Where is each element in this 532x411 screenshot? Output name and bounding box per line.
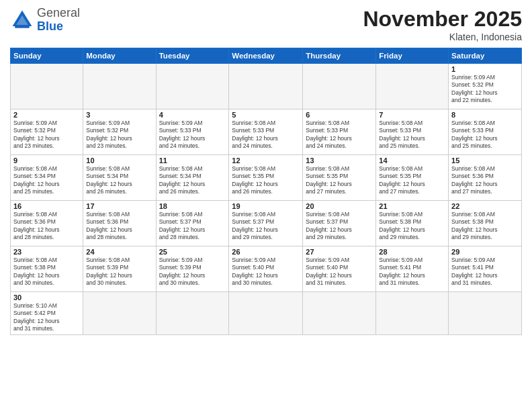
day-number: 22	[451, 202, 519, 210]
day-info: Sunrise: 5:09 AM Sunset: 5:41 PM Dayligh…	[451, 257, 519, 287]
table-row: 8Sunrise: 5:08 AM Sunset: 5:33 PM Daylig…	[449, 109, 522, 155]
day-number: 15	[451, 156, 519, 165]
page: General Blue November 2025 Klaten, Indon…	[0, 0, 532, 411]
day-number: 2	[13, 111, 80, 119]
day-number: 1	[451, 65, 519, 73]
table-row	[156, 292, 229, 335]
day-number: 17	[86, 202, 152, 210]
logo: General Blue	[10, 7, 80, 34]
table-row: 12Sunrise: 5:08 AM Sunset: 5:35 PM Dayli…	[229, 155, 303, 201]
day-info: Sunrise: 5:08 AM Sunset: 5:33 PM Dayligh…	[306, 120, 373, 150]
table-row: 2Sunrise: 5:09 AM Sunset: 5:32 PM Daylig…	[11, 109, 83, 155]
day-number: 29	[451, 248, 519, 256]
day-number: 20	[306, 202, 373, 210]
table-row: 15Sunrise: 5:08 AM Sunset: 5:36 PM Dayli…	[449, 155, 522, 201]
day-info: Sunrise: 5:09 AM Sunset: 5:32 PM Dayligh…	[451, 74, 519, 105]
day-number: 18	[159, 202, 226, 210]
day-info: Sunrise: 5:08 AM Sunset: 5:37 PM Dayligh…	[232, 211, 300, 242]
day-info: Sunrise: 5:08 AM Sunset: 5:37 PM Dayligh…	[159, 211, 226, 242]
day-number: 25	[159, 248, 226, 256]
logo-blue: Blue	[37, 19, 63, 33]
day-number: 13	[306, 156, 373, 165]
day-number: 14	[379, 156, 445, 165]
table-row: 7Sunrise: 5:08 AM Sunset: 5:33 PM Daylig…	[376, 109, 449, 155]
table-row: 23Sunrise: 5:08 AM Sunset: 5:38 PM Dayli…	[11, 246, 83, 292]
day-info: Sunrise: 5:08 AM Sunset: 5:35 PM Dayligh…	[232, 165, 300, 196]
header-tuesday: Tuesday	[156, 48, 229, 64]
day-info: Sunrise: 5:08 AM Sunset: 5:33 PM Dayligh…	[379, 120, 445, 150]
calendar-row: 2Sunrise: 5:09 AM Sunset: 5:32 PM Daylig…	[11, 109, 522, 155]
day-number: 8	[451, 111, 519, 119]
day-info: Sunrise: 5:09 AM Sunset: 5:40 PM Dayligh…	[232, 257, 300, 287]
table-row: 25Sunrise: 5:09 AM Sunset: 5:39 PM Dayli…	[156, 246, 229, 292]
day-number: 9	[13, 156, 80, 165]
table-row	[229, 292, 303, 335]
header-saturday: Saturday	[449, 48, 522, 64]
day-number: 26	[232, 248, 300, 256]
table-row: 24Sunrise: 5:08 AM Sunset: 5:39 PM Dayli…	[83, 246, 156, 292]
day-info: Sunrise: 5:08 AM Sunset: 5:33 PM Dayligh…	[451, 120, 519, 150]
day-info: Sunrise: 5:08 AM Sunset: 5:38 PM Dayligh…	[13, 257, 80, 287]
day-number: 16	[13, 202, 80, 210]
table-row: 27Sunrise: 5:09 AM Sunset: 5:40 PM Dayli…	[303, 246, 376, 292]
table-row: 20Sunrise: 5:08 AM Sunset: 5:37 PM Dayli…	[303, 201, 376, 246]
table-row: 29Sunrise: 5:09 AM Sunset: 5:41 PM Dayli…	[449, 246, 522, 292]
table-row	[376, 64, 449, 109]
day-number: 12	[232, 156, 300, 165]
day-info: Sunrise: 5:09 AM Sunset: 5:33 PM Dayligh…	[159, 120, 226, 150]
table-row: 1Sunrise: 5:09 AM Sunset: 5:32 PM Daylig…	[449, 64, 522, 109]
day-number: 4	[159, 111, 226, 119]
day-info: Sunrise: 5:08 AM Sunset: 5:33 PM Dayligh…	[232, 120, 300, 150]
table-row: 3Sunrise: 5:09 AM Sunset: 5:32 PM Daylig…	[83, 109, 156, 155]
table-row	[83, 64, 156, 109]
table-row: 5Sunrise: 5:08 AM Sunset: 5:33 PM Daylig…	[229, 109, 303, 155]
day-info: Sunrise: 5:09 AM Sunset: 5:32 PM Dayligh…	[13, 120, 80, 150]
table-row: 28Sunrise: 5:09 AM Sunset: 5:41 PM Dayli…	[376, 246, 449, 292]
day-info: Sunrise: 5:08 AM Sunset: 5:38 PM Dayligh…	[379, 211, 445, 242]
table-row: 9Sunrise: 5:08 AM Sunset: 5:34 PM Daylig…	[11, 155, 83, 201]
calendar-row: 1Sunrise: 5:09 AM Sunset: 5:32 PM Daylig…	[11, 64, 522, 109]
table-row	[11, 64, 83, 109]
day-number: 19	[232, 202, 300, 210]
month-title: November 2025	[363, 7, 522, 32]
day-info: Sunrise: 5:09 AM Sunset: 5:39 PM Dayligh…	[159, 257, 226, 287]
day-info: Sunrise: 5:08 AM Sunset: 5:35 PM Dayligh…	[306, 165, 373, 196]
day-number: 21	[379, 202, 445, 210]
day-info: Sunrise: 5:08 AM Sunset: 5:35 PM Dayligh…	[379, 165, 445, 196]
calendar-row: 23Sunrise: 5:08 AM Sunset: 5:38 PM Dayli…	[11, 246, 522, 292]
table-row: 16Sunrise: 5:08 AM Sunset: 5:36 PM Dayli…	[11, 201, 83, 246]
table-row: 30Sunrise: 5:10 AM Sunset: 5:42 PM Dayli…	[11, 292, 83, 335]
day-number: 10	[86, 156, 152, 165]
day-number: 27	[306, 248, 373, 256]
day-number: 3	[86, 111, 152, 119]
table-row: 13Sunrise: 5:08 AM Sunset: 5:35 PM Dayli…	[303, 155, 376, 201]
header-monday: Monday	[83, 48, 156, 64]
day-info: Sunrise: 5:08 AM Sunset: 5:36 PM Dayligh…	[451, 165, 519, 196]
table-row: 11Sunrise: 5:08 AM Sunset: 5:34 PM Dayli…	[156, 155, 229, 201]
table-row: 14Sunrise: 5:08 AM Sunset: 5:35 PM Dayli…	[376, 155, 449, 201]
table-row	[449, 292, 522, 335]
day-info: Sunrise: 5:08 AM Sunset: 5:39 PM Dayligh…	[86, 257, 152, 287]
calendar-row: 9Sunrise: 5:08 AM Sunset: 5:34 PM Daylig…	[11, 155, 522, 201]
calendar-row: 16Sunrise: 5:08 AM Sunset: 5:36 PM Dayli…	[11, 201, 522, 246]
header-wednesday: Wednesday	[229, 48, 303, 64]
table-row	[229, 64, 303, 109]
day-info: Sunrise: 5:10 AM Sunset: 5:42 PM Dayligh…	[13, 302, 80, 333]
table-row: 17Sunrise: 5:08 AM Sunset: 5:36 PM Dayli…	[83, 201, 156, 246]
table-row	[83, 292, 156, 335]
day-info: Sunrise: 5:08 AM Sunset: 5:34 PM Dayligh…	[159, 165, 226, 196]
day-info: Sunrise: 5:08 AM Sunset: 5:38 PM Dayligh…	[451, 211, 519, 242]
calendar-row: 30Sunrise: 5:10 AM Sunset: 5:42 PM Dayli…	[11, 292, 522, 335]
day-info: Sunrise: 5:08 AM Sunset: 5:34 PM Dayligh…	[86, 165, 152, 196]
day-info: Sunrise: 5:08 AM Sunset: 5:34 PM Dayligh…	[13, 165, 80, 196]
weekday-header-row: Sunday Monday Tuesday Wednesday Thursday…	[11, 48, 522, 64]
table-row: 18Sunrise: 5:08 AM Sunset: 5:37 PM Dayli…	[156, 201, 229, 246]
day-number: 30	[13, 293, 80, 302]
table-row	[303, 292, 376, 335]
table-row: 19Sunrise: 5:08 AM Sunset: 5:37 PM Dayli…	[229, 201, 303, 246]
table-row: 10Sunrise: 5:08 AM Sunset: 5:34 PM Dayli…	[83, 155, 156, 201]
day-info: Sunrise: 5:09 AM Sunset: 5:41 PM Dayligh…	[379, 257, 445, 287]
day-number: 7	[379, 111, 445, 119]
table-row	[303, 64, 376, 109]
header-sunday: Sunday	[11, 48, 83, 64]
